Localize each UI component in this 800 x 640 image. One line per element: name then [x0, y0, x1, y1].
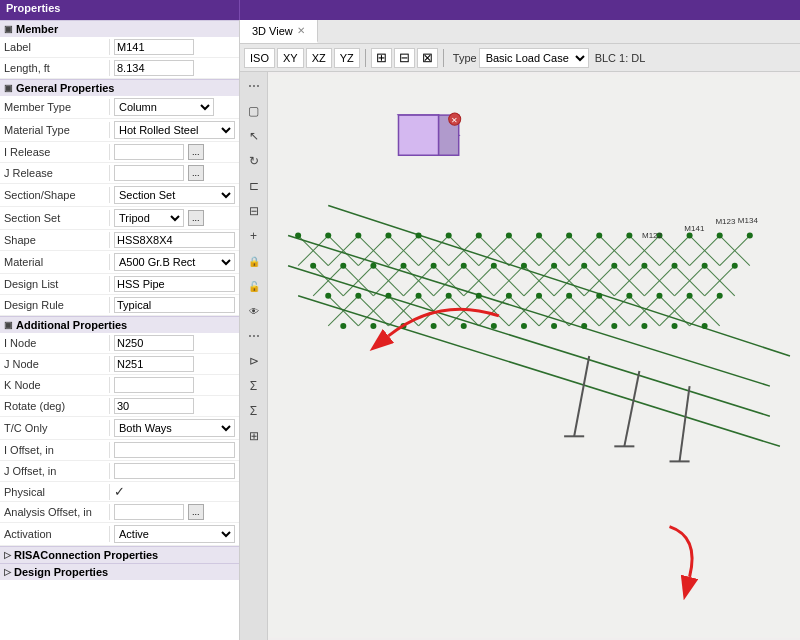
svg-point-103 [566, 233, 572, 239]
iso-button[interactable]: ISO [244, 48, 275, 68]
section-set-dots-button[interactable]: ... [188, 210, 204, 226]
j-offset-input[interactable] [114, 463, 235, 479]
xy-button[interactable]: XY [277, 48, 304, 68]
svg-point-113 [400, 263, 406, 269]
j-node-input[interactable] [114, 356, 194, 372]
xz-button[interactable]: XZ [306, 48, 332, 68]
type-select[interactable]: Basic Load Case [479, 48, 589, 68]
pointer-sidebar-icon[interactable]: ↖ [242, 124, 266, 148]
load-case-label: BLC 1: DL [595, 52, 646, 64]
prop-j-node-row: J Node [0, 354, 239, 375]
prop-section-set-label: Section Set [0, 210, 110, 226]
design-rule-input[interactable] [114, 297, 235, 313]
prop-section-shape-row: Section/Shape Section SetShape [0, 184, 239, 207]
prop-activation-label: Activation [0, 526, 110, 542]
dots-sidebar-icon[interactable]: ⋯ [242, 74, 266, 98]
svg-point-121 [641, 263, 647, 269]
beam-sidebar-icon[interactable]: ⊏ [242, 174, 266, 198]
separator2 [443, 49, 444, 67]
prop-i-node-label: I Node [0, 335, 110, 351]
svg-point-133 [566, 293, 572, 299]
section-member[interactable]: ▣ Member [0, 20, 239, 37]
svg-point-116 [491, 263, 497, 269]
tc-only-select[interactable]: Both WaysTension OnlyCompression Only [114, 419, 235, 437]
shape-input[interactable] [114, 232, 235, 248]
prop-i-node-row: I Node [0, 333, 239, 354]
section-set-select[interactable]: Tripod [114, 209, 184, 227]
dots2-sidebar-icon[interactable]: ⋯ [242, 324, 266, 348]
lock-sidebar-icon[interactable]: 🔒 [242, 249, 266, 273]
node-render-button[interactable]: ⊟ [394, 48, 415, 68]
svg-point-97 [385, 233, 391, 239]
activation-select[interactable]: ActiveInactive [114, 525, 235, 543]
prop-analysis-offset-value: ... [110, 502, 239, 522]
structural-diagram: ✕ [268, 72, 800, 640]
section-shape-select[interactable]: Section SetShape [114, 186, 235, 204]
prop-j-node-value [110, 354, 239, 374]
svg-point-142 [431, 323, 437, 329]
prop-label: Label [0, 39, 110, 55]
prop-i-release-label: I Release [0, 144, 110, 160]
analysis-offset-input[interactable] [114, 504, 184, 520]
rotate-input[interactable] [114, 398, 194, 414]
i-release-input[interactable] [114, 144, 184, 160]
prop-length-label: Length, ft [0, 60, 110, 76]
analysis-offset-dots-button[interactable]: ... [188, 504, 204, 520]
rotate-sidebar-icon[interactable]: ↻ [242, 149, 266, 173]
svg-point-100 [476, 233, 482, 239]
prop-material-type-value: Hot Rolled SteelCold Formed Steel [110, 119, 239, 141]
svg-rect-2 [398, 115, 438, 155]
prop-shape-value [110, 230, 239, 250]
k-node-input[interactable] [114, 377, 194, 393]
material-select[interactable]: A500 Gr.B Rect [114, 253, 235, 271]
eye-sidebar-icon[interactable]: 👁 [242, 299, 266, 323]
prop-design-list-label: Design List [0, 276, 110, 292]
section-risa[interactable]: ▷ RISAConnection Properties [0, 546, 239, 563]
prop-k-node-value [110, 375, 239, 395]
node-sidebar-icon[interactable]: + [242, 224, 266, 248]
column-sidebar-icon[interactable]: ⊟ [242, 199, 266, 223]
prop-analysis-offset-row: Analysis Offset, in ... [0, 502, 239, 523]
frame-render-button[interactable]: ⊞ [371, 48, 392, 68]
section-design[interactable]: ▷ Design Properties [0, 563, 239, 580]
svg-text:M123: M123 [715, 217, 736, 226]
yz-button[interactable]: YZ [334, 48, 360, 68]
prop-physical-row: Physical ✓ [0, 482, 239, 502]
tab-bar: 3D View ✕ [240, 20, 800, 44]
sum2-sidebar-icon[interactable]: Σ [242, 399, 266, 423]
i-node-input[interactable] [114, 335, 194, 351]
member-type-select[interactable]: ColumnBeamBrace [114, 98, 214, 116]
section-additional[interactable]: ▣ Additional Properties [0, 316, 239, 333]
select-sidebar-icon[interactable]: ▢ [242, 99, 266, 123]
filter-sidebar-icon[interactable]: ⊳ [242, 349, 266, 373]
prop-i-offset-label: I Offset, in [0, 442, 110, 458]
design-list-input[interactable] [114, 276, 235, 292]
j-release-input[interactable] [114, 165, 184, 181]
canvas-area[interactable]: ✕ [268, 72, 800, 640]
svg-rect-0 [268, 75, 800, 637]
unlock-sidebar-icon[interactable]: 🔓 [242, 274, 266, 298]
tab-label: 3D View [252, 25, 293, 37]
prop-material-label: Material [0, 254, 110, 270]
sum-sidebar-icon[interactable]: Σ [242, 374, 266, 398]
material-type-select[interactable]: Hot Rolled SteelCold Formed Steel [114, 121, 235, 139]
label-input[interactable] [114, 39, 194, 55]
prop-rotate-row: Rotate (deg) [0, 396, 239, 417]
prop-label-row: Label [0, 37, 239, 58]
tab-3d-view[interactable]: 3D View ✕ [240, 20, 318, 43]
other-render-button[interactable]: ⊠ [417, 48, 438, 68]
i-offset-input[interactable] [114, 442, 235, 458]
close-icon[interactable]: ✕ [297, 25, 305, 36]
length-input[interactable] [114, 60, 194, 76]
prop-i-offset-value [110, 440, 239, 460]
map-sidebar-icon[interactable]: ⊞ [242, 424, 266, 448]
svg-point-126 [355, 293, 361, 299]
i-release-dots-button[interactable]: ... [188, 144, 204, 160]
prop-activation-value: ActiveInactive [110, 523, 239, 545]
prop-shape-row: Shape [0, 230, 239, 251]
prop-physical-label: Physical [0, 484, 110, 500]
j-release-dots-button[interactable]: ... [188, 165, 204, 181]
section-general[interactable]: ▣ General Properties [0, 79, 239, 96]
section-risa-label: RISAConnection Properties [14, 549, 158, 561]
svg-point-125 [325, 293, 331, 299]
